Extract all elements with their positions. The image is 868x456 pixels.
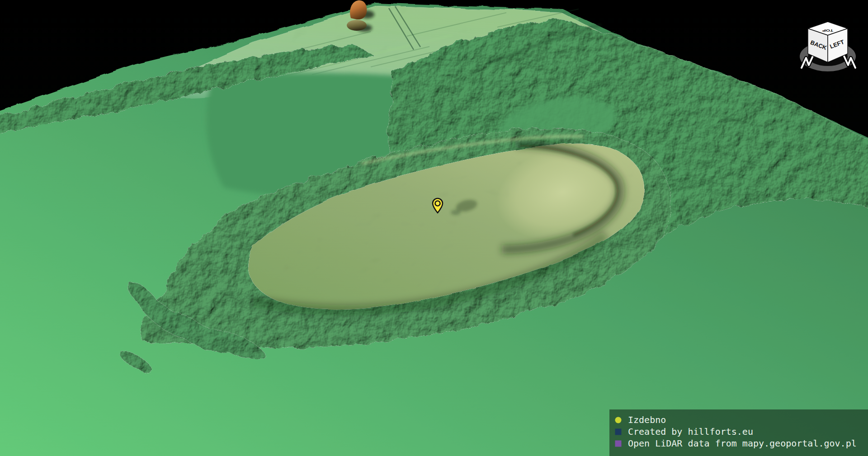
building-orange — [350, 0, 367, 19]
legend-item-label: Izdebno — [628, 414, 666, 426]
legend-item-label: Open LiDAR data from mapy.geoportal.gov.… — [628, 437, 857, 449]
legend-panel: Izdebno Created by hillforts.eu Open LiD… — [609, 409, 868, 456]
legend-item-marker: Izdebno — [615, 414, 868, 426]
building-olive — [347, 20, 367, 31]
legend-item-data-source: Open LiDAR data from mapy.geoportal.gov.… — [615, 437, 868, 449]
credit-swatch-icon — [615, 428, 622, 435]
marker-swatch-icon — [615, 417, 622, 423]
view-cube-top-label: TOP — [822, 29, 833, 32]
legend-item-label: Created by hillforts.eu — [628, 426, 753, 437]
lidar-3d-viewer: TOP BACK LEFT Izdebno Created by hillfor… — [0, 0, 868, 456]
legend-item-credit: Created by hillforts.eu — [615, 426, 868, 437]
view-cube[interactable]: TOP BACK LEFT — [791, 17, 866, 73]
terrain-viewport[interactable] — [0, 0, 868, 456]
data-source-swatch-icon — [615, 440, 622, 447]
